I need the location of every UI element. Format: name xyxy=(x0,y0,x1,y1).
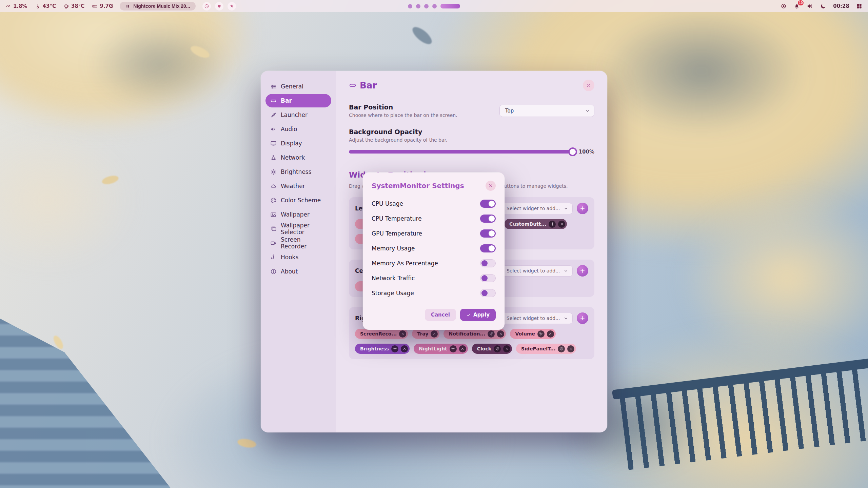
sidebar-item-wallpaper-selector[interactable]: Wallpaper Selector xyxy=(265,222,331,236)
heart-icon xyxy=(217,4,222,9)
sidebar-item-label: Screen Recorder xyxy=(281,236,327,250)
toggle-switch[interactable] xyxy=(480,229,496,238)
clock[interactable]: 00:28 xyxy=(833,3,849,9)
toggle-row-memory-usage: Memory Usage xyxy=(372,241,496,256)
toggle-switch[interactable] xyxy=(480,215,496,223)
chip-remove-icon[interactable] xyxy=(567,345,574,352)
toggle-knob xyxy=(489,230,495,237)
quick-button-emoji[interactable] xyxy=(202,2,211,11)
toggle-knob xyxy=(481,290,488,296)
moon-icon[interactable] xyxy=(820,3,827,9)
sidebar-item-display[interactable]: Display xyxy=(265,137,331,150)
widget-chip-brightness[interactable]: Brightness xyxy=(355,344,410,354)
sidebar-item-bar[interactable]: Bar xyxy=(265,94,331,107)
chip-remove-icon[interactable] xyxy=(399,330,406,338)
volume-icon[interactable] xyxy=(807,3,813,9)
close-dialog-button[interactable] xyxy=(486,181,496,191)
workspace-dot[interactable] xyxy=(424,4,429,8)
toggle-switch[interactable] xyxy=(480,259,496,267)
widget-chip-screenreco[interactable]: ScreenReco... xyxy=(355,329,408,339)
cancel-button[interactable]: Cancel xyxy=(425,309,456,321)
images-icon xyxy=(270,226,277,232)
chip-remove-icon[interactable] xyxy=(503,345,510,352)
sidebar-item-weather[interactable]: Weather xyxy=(265,179,331,193)
widget-chip-row: BrightnessNightLightClockSidePanelT... xyxy=(355,344,588,354)
add-widget-button[interactable] xyxy=(577,203,588,214)
chip-remove-icon[interactable] xyxy=(459,345,466,352)
grid-icon[interactable] xyxy=(856,3,863,9)
add-widget-button[interactable] xyxy=(577,265,588,277)
thermometer-icon xyxy=(35,3,41,9)
sidebar-item-hooks[interactable]: Hooks xyxy=(265,250,331,264)
chip-remove-icon[interactable] xyxy=(558,221,565,228)
sidebar-item-wallpaper[interactable]: Wallpaper xyxy=(265,208,331,221)
pause-icon xyxy=(125,4,130,9)
widget-chip-tray[interactable]: Tray xyxy=(412,329,439,339)
quick-button-favorite[interactable] xyxy=(215,2,223,11)
add-widget-placeholder: Select widget to add... xyxy=(507,206,560,211)
check-icon xyxy=(466,312,471,317)
toggle-switch[interactable] xyxy=(480,274,496,282)
chip-settings-gear-icon[interactable] xyxy=(558,345,565,352)
wallpaper-foliage-shadow xyxy=(597,7,807,136)
toggle-switch[interactable] xyxy=(480,289,496,297)
sidebar-item-label: Launcher xyxy=(281,111,308,118)
sidebar-item-color-scheme[interactable]: Color Scheme xyxy=(265,194,331,207)
workspace-dot[interactable] xyxy=(432,4,437,8)
chip-settings-gear-icon[interactable] xyxy=(537,330,545,338)
sidebar-item-about[interactable]: About xyxy=(265,265,331,278)
chip-label: NightLight xyxy=(419,346,447,351)
sidebar-item-general[interactable]: General xyxy=(265,80,331,93)
sidebar-item-network[interactable]: Network xyxy=(265,151,331,164)
speaker-icon xyxy=(270,126,277,133)
system-stats: 1.8%43°C38°C9.7G xyxy=(5,3,113,9)
chip-remove-icon[interactable] xyxy=(401,345,408,352)
background-opacity-description: Adjust the background opacity of the bar… xyxy=(349,137,594,143)
widget-group-controls: Select widget to add... xyxy=(501,312,588,324)
widget-chip-sidepanelt[interactable]: SidePanelT... xyxy=(516,344,576,354)
bell-icon[interactable]: 10 xyxy=(793,3,800,9)
toggle-knob xyxy=(489,201,495,207)
widget-chip-clock[interactable]: Clock xyxy=(472,344,512,354)
toggle-row-cpu-usage: CPU Usage xyxy=(372,196,496,211)
sidebar-item-brightness[interactable]: Brightness xyxy=(265,165,331,179)
add-widget-dropdown[interactable]: Select widget to add... xyxy=(501,203,573,214)
add-widget-button[interactable] xyxy=(577,312,588,324)
stat-gpu-temp: 38°C xyxy=(63,3,84,9)
chip-settings-gear-icon[interactable] xyxy=(494,345,501,352)
add-widget-dropdown[interactable]: Select widget to add... xyxy=(501,313,573,324)
toggle-switch[interactable] xyxy=(480,200,496,208)
chip-settings-gear-icon[interactable] xyxy=(391,345,398,352)
sidebar-item-audio[interactable]: Audio xyxy=(265,122,331,136)
workspace-dot[interactable] xyxy=(416,4,420,8)
apply-button[interactable]: Apply xyxy=(460,309,496,321)
opacity-slider-row: 100% xyxy=(349,149,594,155)
top-bar-left: 1.8%43°C38°C9.7G Nightcore Music Mix 20.… xyxy=(5,2,236,11)
chip-remove-icon[interactable] xyxy=(497,330,504,338)
widget-chip-nightlight[interactable]: NightLight xyxy=(414,344,468,354)
opacity-slider-thumb[interactable] xyxy=(568,147,577,156)
page-title-group: Bar xyxy=(349,80,377,90)
workspace-dot[interactable] xyxy=(408,4,412,8)
bar-position-dropdown[interactable]: Top xyxy=(499,105,594,117)
camera-icon xyxy=(270,240,277,246)
chip-remove-icon[interactable] xyxy=(431,330,438,338)
chip-remove-icon[interactable] xyxy=(547,330,554,338)
widget-chip-volume[interactable]: Volume xyxy=(510,329,556,339)
record-icon[interactable] xyxy=(780,3,787,9)
sidebar-item-launcher[interactable]: Launcher xyxy=(265,108,331,122)
add-widget-dropdown[interactable]: Select widget to add... xyxy=(501,265,573,277)
chip-settings-gear-icon[interactable] xyxy=(450,345,457,352)
chip-settings-gear-icon[interactable] xyxy=(549,221,556,228)
toggle-switch[interactable] xyxy=(480,244,496,252)
media-player-chip[interactable]: Nightcore Music Mix 20... xyxy=(120,2,195,11)
quick-button-star[interactable] xyxy=(228,2,236,11)
close-window-button[interactable] xyxy=(583,80,594,91)
workspace-active-pill[interactable] xyxy=(440,4,460,8)
chip-settings-gear-icon[interactable] xyxy=(488,330,495,338)
sidebar-item-label: Hooks xyxy=(281,254,298,261)
widget-chip-notification[interactable]: Notification... xyxy=(443,329,506,339)
widget-chip-custombutt[interactable]: CustomButt... xyxy=(504,219,567,229)
sidebar-item-screen-recorder[interactable]: Screen Recorder xyxy=(265,236,331,250)
opacity-slider[interactable] xyxy=(349,150,573,154)
